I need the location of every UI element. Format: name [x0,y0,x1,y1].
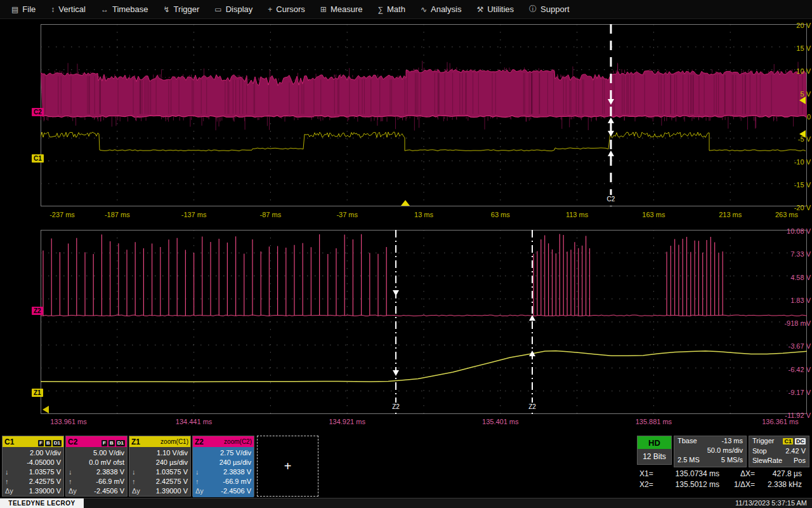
flag-b: B [108,440,115,446]
x-axis-label: 134.441 ms [166,418,223,425]
zoom-source-label: zoom(C2) [224,438,252,445]
hdiv-value: 240 µs/div [219,458,251,467]
utilities-icon: ⚒ [476,5,483,14]
x-axis-label: 135.881 ms [625,418,682,425]
hdiv-value: 240 µs/div [156,458,188,467]
menu-item-cursors[interactable]: +Cursors [260,0,313,19]
delta-y-value: -2.4506 V [94,486,124,496]
menu-item-file[interactable]: ▤File [4,0,43,19]
menu-item-label: Cursors [276,4,305,14]
cursor-high-icon: ↑ [5,477,9,486]
descriptor-c1-header[interactable]: C1 FBD1 [3,436,63,447]
x-axis-label: -187 ms [89,211,146,218]
main-waveform-grid[interactable]: C2 [41,24,807,206]
menu-item-trigger[interactable]: ↯Trigger [156,0,207,19]
cursor-low-value: 1.03575 V [156,467,188,477]
delta-y-value: -2.4506 V [221,486,251,496]
x-axis-label: 135.401 ms [472,418,529,425]
menu-item-math[interactable]: ∑Math [370,0,412,19]
menu-item-display[interactable]: ▭Display [207,0,260,19]
menu-item-label: Support [540,4,570,14]
menu-item-label: Measure [331,4,363,14]
descriptor-z1[interactable]: Z1 zoom(C1) 1.10 V/div 240 µs/div ↓1.035… [129,436,191,497]
timebase-box[interactable]: Tbase-13 ms 50.0 ms/div 2.5 MS5 MS/s [674,436,747,467]
c1-trace [41,132,806,151]
menu-item-measure[interactable]: ⊞Measure [313,0,370,19]
menu-item-utilities[interactable]: ⚒Utilities [469,0,521,19]
y-axis-label: -9.17 V [789,389,811,396]
hd-label: HD [638,436,671,449]
descriptor-z2[interactable]: Z2 zoom(C2) 2.75 V/div 240 µs/div ↓2.383… [192,436,254,497]
trace-badge-c2[interactable]: C2 [32,108,44,116]
trigger-icon: ↯ [164,5,170,14]
trigger-coupling-chip: DC [795,438,806,444]
flag-d1: D1 [53,440,62,446]
x-axis-label: -237 ms [34,211,91,218]
descriptor-c1[interactable]: C1 FBD1 2.00 V/div -4.05000 V ↓1.03575 V… [2,436,64,497]
flag-f: F [102,440,107,446]
menu-item-analysis[interactable]: ∿Analysis [413,0,469,19]
menu-item-label: Trigger [174,4,200,14]
zoom-waveform-grid[interactable]: Z2Z2 [41,230,807,414]
hd-mode-box[interactable]: HD 12 Bits [637,436,672,465]
x-axis-label: 133.961 ms [40,418,97,425]
y-axis-label: -918 mV [784,319,811,327]
cursor-high-icon: ↑ [132,477,136,486]
gridlines [41,230,807,414]
descriptor-z2-header[interactable]: Z2 zoom(C2) [193,436,254,447]
delta-y-label: Δy [132,486,140,496]
menu-item-vertical[interactable]: ↕Vertical [43,0,93,19]
cursor-high-value: 2.42575 V [29,477,61,486]
y-axis-label: 15 V [796,44,811,52]
vdiv-value: 1.10 V/div [157,448,188,458]
offset-value: -4.05000 V [27,458,61,467]
add-trace-box[interactable]: + [257,436,318,497]
descriptor-c2-body: 5.00 V/div 0.0 mV ofst ↓2.3838 V ↑-66.9 … [66,447,127,496]
descriptor-c1-body: 2.00 V/div -4.05000 V ↓1.03575 V ↑2.4257… [3,447,63,496]
x-axis-label: 113 ms [549,211,606,218]
trace-badge-z2[interactable]: Z2 [32,307,43,315]
vdiv-value: 5.00 V/div [93,448,124,458]
trigger-position-marker[interactable] [401,200,410,206]
z1-trace [41,351,807,382]
trace-badge-c1[interactable]: C1 [32,154,44,163]
offscreen-trace-arrow [43,406,49,413]
descriptor-c2-header[interactable]: C2 FBD1 [66,436,127,447]
menu-item-label: Vertical [58,4,86,14]
menu-item-label: Timebase [112,4,148,14]
cursor-arrow [608,117,614,123]
x-axis-label: 63 ms [472,211,529,218]
trigger-chips: C1DC [781,436,806,446]
trace-title: C2 [68,438,77,446]
y-axis-label: 10 V [796,67,811,75]
cursor-arrow [608,131,614,137]
trigger-box[interactable]: Trigger C1DC Stop2.42 V SlewRatePos [749,436,809,467]
trace-badge-z1[interactable]: Z1 [32,389,43,397]
menu-item-label: File [22,4,36,14]
x-axis-label: 213 ms [702,211,759,218]
display-icon: ▭ [214,5,221,14]
z2-trace [41,234,807,316]
menu-item-support[interactable]: ⓘSupport [521,0,577,19]
trigger-level: 2.42 V [785,446,806,456]
cursor-high-value: -66.9 mV [96,477,124,486]
menu-item-timebase[interactable]: ↔Timebase [93,0,156,19]
x2-label: X2= [639,480,662,489]
x-axis-label: 163 ms [625,211,682,218]
y-axis-label: 0 [807,113,811,121]
measure-icon: ⊞ [320,5,327,14]
menu-item-label: Math [387,4,405,14]
cursors-icon: + [268,5,272,14]
menu-item-label: Display [226,4,253,14]
c2-trace [41,61,807,131]
trigger-mode: Stop [752,446,767,456]
descriptor-z1-header[interactable]: Z1 zoom(C1) [129,436,190,447]
trace-flags: FBD1 [100,438,125,446]
flag-b: B [45,440,51,446]
cursor-high-value: -66.9 mV [223,477,251,486]
cursor-arrow [608,150,614,156]
descriptor-z1-body: 1.10 V/div 240 µs/div ↓1.03575 V ↑2.4257… [129,447,190,496]
x-axis-label: 263 ms [758,211,812,218]
tbase-delay: -13 ms [721,436,743,446]
descriptor-c2[interactable]: C2 FBD1 5.00 V/div 0.0 mV ofst ↓2.3838 V… [65,436,128,497]
